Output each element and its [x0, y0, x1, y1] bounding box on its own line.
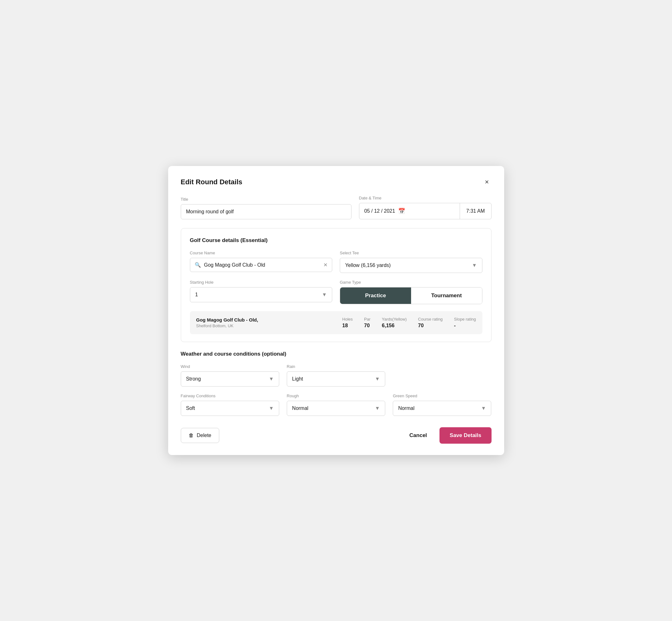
yards-value: 6,156 [382, 323, 394, 329]
fairway-group: Fairway Conditions Soft ▼ [181, 394, 279, 416]
rough-label: Rough [287, 394, 385, 398]
rough-value: Normal [292, 406, 308, 411]
course-name-input[interactable]: 🔍 Gog Magog Golf Club - Old ✕ [190, 258, 333, 272]
chevron-down-icon-6: ▼ [375, 406, 380, 411]
chevron-down-icon-5: ▼ [269, 406, 274, 411]
course-name-value: Gog Magog Golf Club - Old [204, 262, 321, 268]
starting-hole-dropdown[interactable]: 1 ▼ [190, 287, 333, 302]
starting-hole-label: Starting Hole [190, 280, 333, 285]
starting-hole-game-type-row: Starting Hole 1 ▼ Game Type Practice Tou… [190, 280, 482, 304]
chevron-down-icon-2: ▼ [322, 292, 327, 298]
green-speed-group: Green Speed Normal ▼ [393, 394, 491, 416]
weather-title: Weather and course conditions (optional) [181, 351, 492, 357]
yards-stat: Yards(Yellow) 6,156 [382, 317, 407, 329]
starting-hole-group: Starting Hole 1 ▼ [190, 280, 333, 304]
starting-hole-value: 1 [195, 292, 198, 298]
datetime-label: Date & Time [359, 196, 492, 200]
game-type-toggle: Practice Tournament [340, 287, 482, 304]
date-field[interactable]: 05 / 12 / 2021 📅 [359, 203, 460, 219]
weather-section: Weather and course conditions (optional)… [181, 351, 492, 416]
course-info-bar: Gog Magog Golf Club - Old, Shelford Bott… [190, 311, 482, 334]
footer-row: 🗑 Delete Cancel Save Details [181, 425, 492, 444]
wind-group: Wind Strong ▼ [181, 364, 279, 386]
footer-right: Cancel Save Details [405, 427, 492, 444]
course-rating-label: Course rating [418, 317, 443, 322]
rain-value: Light [292, 376, 303, 382]
rough-group: Rough Normal ▼ [287, 394, 385, 416]
wind-value: Strong [186, 376, 201, 382]
delete-label: Delete [197, 432, 211, 438]
par-stat: Par 70 [364, 317, 370, 329]
holes-value: 18 [342, 323, 348, 329]
wind-dropdown[interactable]: Strong ▼ [181, 371, 279, 386]
golf-course-section: Golf Course details (Essential) Course N… [181, 228, 492, 342]
modal-title: Edit Round Details [181, 178, 243, 186]
course-name-tee-row: Course Name 🔍 Gog Magog Golf Club - Old … [190, 251, 482, 273]
rain-group: Rain Light ▼ [287, 364, 385, 386]
course-rating-value: 70 [418, 323, 424, 329]
rain-label: Rain [287, 364, 385, 369]
green-speed-value: Normal [398, 406, 415, 411]
delete-button[interactable]: 🗑 Delete [181, 428, 219, 443]
game-type-group: Game Type Practice Tournament [340, 280, 482, 304]
course-location: Shelford Bottom, UK [196, 323, 342, 328]
holes-stat: Holes 18 [342, 317, 353, 329]
practice-toggle-button[interactable]: Practice [340, 287, 411, 304]
green-speed-dropdown[interactable]: Normal ▼ [393, 401, 491, 416]
chevron-down-icon-3: ▼ [269, 376, 274, 382]
course-info-name: Gog Magog Golf Club - Old, Shelford Bott… [196, 317, 342, 328]
fairway-dropdown[interactable]: Soft ▼ [181, 401, 279, 416]
slope-rating-value: - [454, 323, 456, 329]
trash-icon: 🗑 [189, 432, 194, 438]
golf-course-title: Golf Course details (Essential) [190, 237, 482, 244]
fairway-rough-green-row: Fairway Conditions Soft ▼ Rough Normal ▼… [181, 394, 492, 416]
course-name-display: Gog Magog Golf Club - Old, [196, 317, 342, 323]
title-input[interactable] [181, 204, 351, 219]
rain-dropdown[interactable]: Light ▼ [287, 371, 385, 386]
calendar-icon: 📅 [398, 208, 405, 215]
select-tee-label: Select Tee [340, 251, 482, 255]
game-type-label: Game Type [340, 280, 482, 285]
select-tee-dropdown[interactable]: Yellow (6,156 yards) ▼ [340, 258, 482, 273]
chevron-down-icon: ▼ [472, 262, 477, 268]
modal-header: Edit Round Details × [181, 177, 492, 187]
par-value: 70 [364, 323, 370, 329]
holes-label: Holes [342, 317, 353, 322]
edit-round-modal: Edit Round Details × Title Date & Time 0… [168, 166, 504, 455]
title-field-group: Title [181, 197, 351, 219]
datetime-field-group: Date & Time 05 / 12 / 2021 📅 7:31 AM [359, 196, 492, 219]
time-field[interactable]: 7:31 AM [460, 203, 491, 219]
tournament-toggle-button[interactable]: Tournament [411, 287, 482, 304]
fairway-label: Fairway Conditions [181, 394, 279, 398]
course-stats: Holes 18 Par 70 Yards(Yellow) 6,156 Cour… [342, 317, 476, 329]
datetime-row: 05 / 12 / 2021 📅 7:31 AM [359, 203, 492, 219]
course-name-group: Course Name 🔍 Gog Magog Golf Club - Old … [190, 251, 333, 273]
clear-icon[interactable]: ✕ [323, 262, 328, 268]
wind-label: Wind [181, 364, 279, 369]
time-value: 7:31 AM [466, 208, 485, 214]
chevron-down-icon-7: ▼ [481, 406, 486, 411]
close-button[interactable]: × [482, 177, 492, 187]
title-label: Title [181, 197, 351, 202]
search-icon: 🔍 [195, 262, 201, 268]
course-name-label: Course Name [190, 251, 333, 255]
cancel-button[interactable]: Cancel [405, 428, 432, 443]
select-tee-group: Select Tee Yellow (6,156 yards) ▼ [340, 251, 482, 273]
chevron-down-icon-4: ▼ [375, 376, 380, 382]
yards-label: Yards(Yellow) [382, 317, 407, 322]
rough-dropdown[interactable]: Normal ▼ [287, 401, 385, 416]
select-tee-value: Yellow (6,156 yards) [345, 262, 390, 268]
green-speed-label: Green Speed [393, 394, 491, 398]
slope-rating-label: Slope rating [454, 317, 476, 322]
wind-rain-row: Wind Strong ▼ Rain Light ▼ [181, 364, 492, 386]
par-label: Par [364, 317, 370, 322]
top-row: Title Date & Time 05 / 12 / 2021 📅 7:31 … [181, 196, 492, 219]
date-value: 05 / 12 / 2021 [365, 208, 395, 214]
slope-rating-stat: Slope rating - [454, 317, 476, 329]
save-details-button[interactable]: Save Details [439, 427, 491, 444]
course-rating-stat: Course rating 70 [418, 317, 443, 329]
fairway-value: Soft [186, 406, 195, 411]
